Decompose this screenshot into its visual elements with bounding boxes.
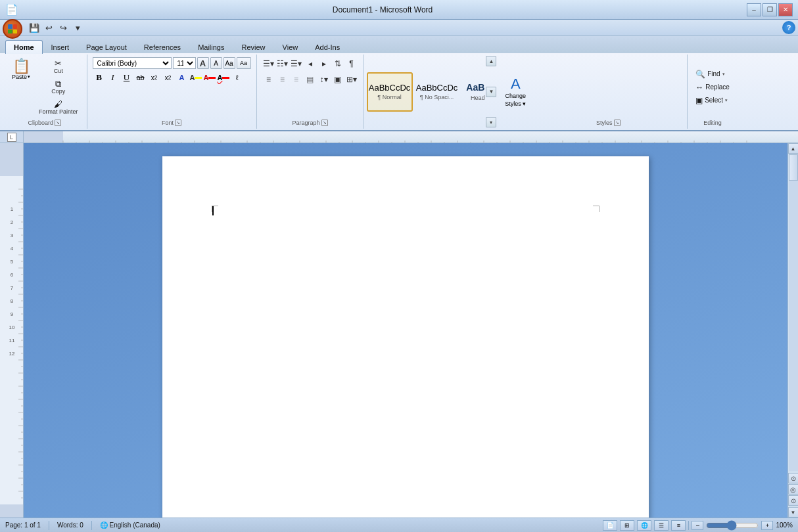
- multilevel-button[interactable]: ☰▾: [290, 57, 303, 70]
- tab-references[interactable]: References: [135, 40, 189, 54]
- change-case-button[interactable]: Aa: [237, 57, 251, 69]
- font-launcher[interactable]: ↘: [175, 120, 181, 126]
- zoom-in-button[interactable]: +: [761, 521, 773, 530]
- app-icon: 📄: [5, 3, 18, 16]
- quick-save-button[interactable]: 💾: [28, 21, 41, 34]
- tab-page-layout[interactable]: Page Layout: [78, 40, 135, 54]
- scroll-thumb[interactable]: [789, 154, 798, 181]
- copy-button[interactable]: ⧉ Copy: [35, 78, 82, 97]
- zoom-percentage: 100%: [776, 521, 793, 529]
- styles-more[interactable]: ▾: [486, 117, 496, 127]
- quick-undo-button[interactable]: ↩: [42, 21, 55, 34]
- document-canvas[interactable]: [24, 143, 787, 518]
- outline-view-button[interactable]: ☰: [654, 520, 669, 531]
- sort-button[interactable]: ⇅: [331, 57, 344, 70]
- help-button[interactable]: ?: [782, 21, 795, 34]
- subscript-button[interactable]: x2: [148, 71, 161, 84]
- zoom-out-button[interactable]: –: [692, 521, 703, 530]
- ruler-corner[interactable]: L: [0, 131, 24, 143]
- border-color-bar: [222, 77, 229, 79]
- font-color-button[interactable]: A: [203, 71, 216, 84]
- document-page[interactable]: [162, 156, 649, 518]
- font-shrink-button[interactable]: A: [210, 57, 222, 69]
- font-size-select[interactable]: 11: [173, 57, 196, 69]
- cut-icon: ✂: [55, 59, 62, 68]
- clipboard-group-label: Clipboard: [28, 120, 54, 126]
- font-face-select[interactable]: Calibri (Body): [93, 57, 172, 69]
- styles-scroll-down[interactable]: ▼: [486, 87, 496, 97]
- text-highlight-button[interactable]: A: [189, 71, 202, 84]
- align-left-button[interactable]: ≡: [262, 73, 275, 86]
- justify-button[interactable]: ▤: [304, 73, 317, 86]
- styles-launcher[interactable]: ↘: [614, 120, 621, 126]
- prev-page-button[interactable]: ⊙: [788, 473, 799, 483]
- style-heading1-text: AaBbCc: [466, 82, 484, 93]
- paste-button[interactable]: 📋 Paste ▾: [8, 57, 34, 82]
- scroll-down-button[interactable]: ▼: [788, 507, 799, 518]
- find-label: Find: [707, 70, 720, 78]
- cut-button[interactable]: ✂ Cut: [35, 57, 82, 76]
- tab-add-ins[interactable]: Add-Ins: [306, 40, 348, 54]
- tab-home[interactable]: Home: [5, 40, 43, 54]
- restore-button[interactable]: ❐: [763, 3, 777, 16]
- tab-view[interactable]: View: [274, 40, 307, 54]
- select-object-button[interactable]: ◎: [788, 484, 799, 495]
- replace-button[interactable]: ↔ Replace: [693, 81, 732, 93]
- scroll-up-button[interactable]: ▲: [788, 143, 799, 154]
- border-color-button[interactable]: A: [217, 71, 230, 84]
- minimize-button[interactable]: –: [747, 3, 761, 16]
- svg-text:7: 7: [11, 285, 14, 291]
- style-heading1-label: Heading 1: [471, 95, 484, 101]
- ribbon-tabs: Home Insert Page Layout References Maili…: [0, 36, 798, 53]
- style-no-spacing[interactable]: AaBbCcDc ¶ No Spaci...: [414, 72, 460, 112]
- italic-button[interactable]: I: [106, 71, 120, 84]
- bold-button[interactable]: B: [93, 71, 106, 84]
- select-button[interactable]: ▣ Select ▾: [693, 95, 730, 106]
- web-layout-view-button[interactable]: 🌐: [637, 520, 651, 531]
- clear-format-button[interactable]: Aa: [223, 57, 235, 69]
- quick-access-dropdown[interactable]: ▾: [71, 21, 84, 34]
- style-no-spacing-label: ¶ No Spaci...: [420, 94, 454, 100]
- shading-button[interactable]: ▣: [331, 73, 344, 86]
- tab-mailings[interactable]: Mailings: [189, 40, 233, 54]
- change-styles-button[interactable]: A ChangeStyles ▾: [499, 56, 532, 127]
- clipboard-launcher[interactable]: ↘: [55, 120, 61, 126]
- close-button[interactable]: ✕: [778, 3, 793, 16]
- paragraph-launcher[interactable]: ↘: [321, 120, 328, 126]
- superscript-button[interactable]: x2: [162, 71, 175, 84]
- increase-indent-button[interactable]: ▸: [317, 57, 331, 70]
- tab-selector[interactable]: L: [7, 133, 16, 142]
- styles-scroll-up[interactable]: ▲: [486, 56, 496, 66]
- text-effects-button[interactable]: A: [176, 71, 189, 84]
- quick-redo-button[interactable]: ↪: [57, 21, 70, 34]
- style-normal-text: AaBbCcDc: [369, 83, 411, 93]
- draft-view-button[interactable]: ≡: [671, 520, 686, 531]
- style-heading1[interactable]: AaBbCc Heading 1: [461, 72, 485, 112]
- numbering-button[interactable]: ☷▾: [276, 57, 289, 70]
- align-center-button[interactable]: ≡: [276, 73, 289, 86]
- print-layout-view-button[interactable]: 📄: [603, 520, 617, 531]
- borders-button[interactable]: ⊞▾: [345, 73, 358, 86]
- tab-insert[interactable]: Insert: [43, 40, 78, 54]
- bullets-button[interactable]: ☰▾: [262, 57, 275, 70]
- show-paragraph-button[interactable]: ¶: [345, 57, 358, 70]
- font-grow-button[interactable]: A: [197, 57, 209, 69]
- strikethrough-button[interactable]: ab: [134, 71, 147, 84]
- svg-text:3: 3: [11, 233, 14, 238]
- language-indicator[interactable]: 🌐 English (Canada): [100, 521, 160, 529]
- zoom-slider[interactable]: [706, 522, 759, 529]
- clear-formatting-button[interactable]: ℓ: [231, 71, 244, 84]
- next-page-button[interactable]: ⊙: [788, 495, 799, 506]
- decrease-indent-button[interactable]: ◂: [304, 57, 317, 70]
- style-normal[interactable]: AaBbCcDc ¶ Normal: [367, 72, 413, 112]
- title-bar-controls: – ❐ ✕: [747, 3, 793, 16]
- tab-review[interactable]: Review: [233, 40, 273, 54]
- align-right-button[interactable]: ≡: [290, 73, 303, 86]
- find-icon: 🔍: [695, 70, 705, 79]
- office-button[interactable]: [3, 19, 22, 39]
- underline-button[interactable]: U: [120, 71, 133, 84]
- format-painter-button[interactable]: 🖌 Format Painter: [35, 98, 82, 117]
- line-spacing-button[interactable]: ↕▾: [317, 73, 331, 86]
- full-screen-view-button[interactable]: ⊞: [620, 520, 634, 531]
- find-button[interactable]: 🔍 Find ▾: [693, 68, 727, 80]
